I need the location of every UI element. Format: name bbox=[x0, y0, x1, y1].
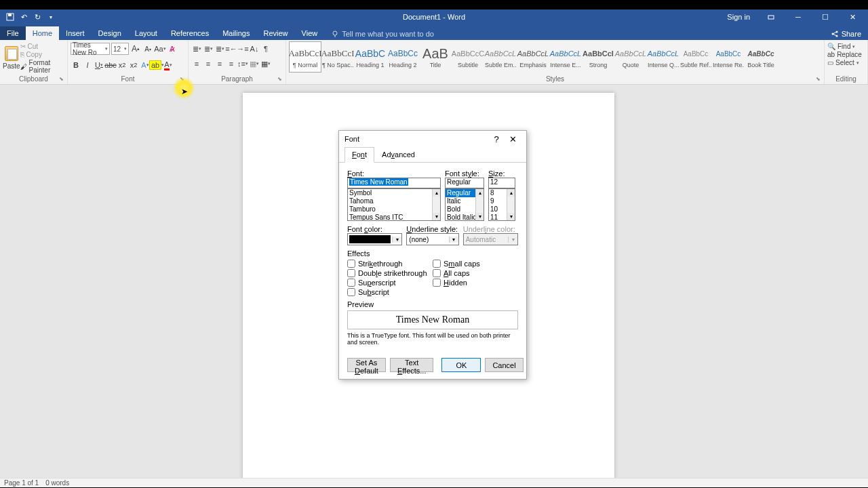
italic-icon[interactable]: I bbox=[82, 59, 93, 71]
word-count[interactable]: 0 words bbox=[45, 479, 69, 487]
numbering-icon[interactable]: ≣▾ bbox=[203, 43, 214, 55]
sort-icon[interactable]: A↓ bbox=[249, 43, 260, 55]
strikethrough-checkbox[interactable]: Strikethrough bbox=[347, 260, 433, 268]
font-size-combo[interactable]: 12▾ bbox=[111, 43, 129, 55]
cancel-button[interactable]: Cancel bbox=[485, 358, 523, 372]
line-spacing-icon[interactable]: ↕≡▾ bbox=[237, 58, 248, 70]
underline-icon[interactable]: U▾ bbox=[94, 59, 104, 71]
grow-font-icon[interactable]: A▴ bbox=[130, 43, 141, 55]
page-count[interactable]: Page 1 of 1 bbox=[4, 479, 39, 487]
maximize-icon[interactable]: ☐ bbox=[814, 9, 837, 24]
scroll-up-icon[interactable]: ▴ bbox=[476, 189, 484, 197]
tab-file[interactable]: File bbox=[0, 26, 26, 40]
clipboard-launcher-icon[interactable]: ⬊ bbox=[59, 76, 66, 83]
underline-style-combo[interactable]: (none)▾ bbox=[406, 233, 458, 245]
scroll-up-icon[interactable]: ▴ bbox=[507, 189, 515, 197]
style-item[interactable]: AaBbCcCSubtitle bbox=[452, 41, 484, 73]
cut-button[interactable]: ✂Cut bbox=[20, 43, 64, 50]
copy-button[interactable]: ⎘Copy bbox=[20, 51, 64, 58]
share-button[interactable]: Share bbox=[824, 28, 868, 40]
subscript-icon[interactable]: x2 bbox=[117, 59, 127, 71]
list-item[interactable]: Tempus Sans ITC bbox=[348, 214, 440, 221]
superscript-checkbox[interactable]: Superscript bbox=[347, 279, 433, 287]
style-item[interactable]: AaBbCcIStrong bbox=[582, 41, 614, 73]
list-item[interactable]: Symbol bbox=[348, 189, 440, 197]
all-caps-checkbox[interactable]: All caps bbox=[433, 269, 518, 277]
style-item[interactable]: AaBbCcLEmphasis bbox=[517, 41, 549, 73]
font-color-combo[interactable]: ▾ bbox=[347, 233, 402, 245]
style-item[interactable]: AaBTitle bbox=[419, 41, 452, 73]
bullets-icon[interactable]: ≣▾ bbox=[191, 43, 202, 55]
size-listbox[interactable]: 89101112▴▾ bbox=[488, 188, 515, 221]
undo-icon[interactable]: ↶ bbox=[18, 11, 30, 23]
shading-icon[interactable]: ▦▾ bbox=[249, 58, 260, 70]
style-item[interactable]: AaBbCcSubtle Ref... bbox=[679, 41, 712, 73]
format-painter-button[interactable]: 🖌Format Painter bbox=[20, 59, 64, 74]
style-item[interactable]: AaBbCcIntense Re... bbox=[712, 41, 745, 73]
decrease-indent-icon[interactable]: ≡← bbox=[226, 43, 237, 55]
style-item[interactable]: AaBbCcHeading 2 bbox=[387, 41, 419, 73]
find-button[interactable]: 🔍Find▾ bbox=[827, 43, 865, 50]
scroll-down-icon[interactable]: ▾ bbox=[476, 213, 484, 220]
hidden-checkbox[interactable]: Hidden bbox=[433, 279, 518, 287]
superscript-icon[interactable]: x2 bbox=[128, 59, 139, 71]
qat-customize-icon[interactable]: ▾ bbox=[45, 11, 57, 23]
increase-indent-icon[interactable]: →≡ bbox=[237, 43, 248, 55]
borders-icon[interactable]: ▦▾ bbox=[260, 58, 271, 70]
styles-launcher-icon[interactable]: ⬊ bbox=[816, 76, 823, 83]
dialog-close-icon[interactable]: ✕ bbox=[505, 131, 521, 147]
font-color-icon[interactable]: A▾ bbox=[163, 59, 174, 71]
style-item[interactable]: AaBbCcBook Title bbox=[745, 41, 777, 73]
tell-me-search[interactable]: Tell me what you want to do bbox=[328, 28, 437, 40]
chevron-down-icon[interactable]: ▾ bbox=[449, 237, 458, 243]
signin-link[interactable]: Sign in bbox=[722, 13, 755, 21]
font-listbox[interactable]: SymbolTahomaTamburoTempus Sans ITCTimes … bbox=[347, 188, 441, 221]
font-style-listbox[interactable]: RegularItalicBoldBold Italic▴▾ bbox=[445, 188, 484, 221]
clear-formatting-icon[interactable]: A̷ bbox=[167, 43, 178, 55]
dialog-tab-font[interactable]: Font bbox=[344, 147, 374, 163]
close-icon[interactable]: ✕ bbox=[841, 9, 864, 24]
bold-icon[interactable]: B bbox=[71, 59, 81, 71]
paragraph-launcher-icon[interactable]: ⬊ bbox=[277, 76, 284, 83]
style-item[interactable]: AaBbCcLIntense Q... bbox=[647, 41, 679, 73]
show-marks-icon[interactable]: ¶ bbox=[260, 43, 271, 55]
style-item[interactable]: AaBbCcLSubtle Em... bbox=[484, 41, 517, 73]
strikethrough-icon[interactable]: abc bbox=[105, 59, 116, 71]
chevron-down-icon[interactable]: ▾ bbox=[392, 237, 401, 243]
scroll-up-icon[interactable]: ▴ bbox=[433, 189, 440, 197]
list-item[interactable]: Tahoma bbox=[348, 197, 440, 205]
tab-home[interactable]: Home bbox=[26, 26, 59, 40]
double-strikethrough-checkbox[interactable]: Double strikethrough bbox=[347, 269, 433, 277]
tab-references[interactable]: References bbox=[164, 26, 216, 40]
style-item[interactable]: AaBbCcI¶ Normal bbox=[289, 41, 321, 73]
small-caps-checkbox[interactable]: Small caps bbox=[433, 260, 518, 268]
minimize-icon[interactable]: ─ bbox=[787, 9, 810, 24]
scroll-down-icon[interactable]: ▾ bbox=[507, 213, 515, 220]
list-item[interactable]: Tamburo bbox=[348, 205, 440, 214]
change-case-icon[interactable]: Aa▾ bbox=[155, 43, 165, 55]
justify-icon[interactable]: ≡ bbox=[226, 58, 237, 70]
paste-button[interactable]: Paste bbox=[3, 41, 20, 74]
set-default-button[interactable]: Set As Default bbox=[347, 358, 386, 372]
subscript-checkbox[interactable]: Subscript bbox=[347, 288, 433, 296]
dialog-tab-advanced[interactable]: Advanced bbox=[374, 147, 422, 162]
replace-button[interactable]: abReplace bbox=[827, 51, 865, 58]
save-icon[interactable] bbox=[4, 11, 16, 23]
multilevel-icon[interactable]: ≣▾ bbox=[214, 43, 225, 55]
tab-design[interactable]: Design bbox=[92, 26, 128, 40]
text-effects-button[interactable]: Text Effects... bbox=[390, 358, 434, 372]
tab-mailings[interactable]: Mailings bbox=[216, 26, 256, 40]
ribbon-display-icon[interactable] bbox=[760, 9, 783, 24]
font-input[interactable]: Times New Roman bbox=[347, 178, 441, 188]
highlight-icon[interactable]: ab▾ bbox=[151, 59, 162, 71]
align-left-icon[interactable]: ≡ bbox=[191, 58, 202, 70]
shrink-font-icon[interactable]: A▾ bbox=[142, 43, 153, 55]
redo-icon[interactable]: ↻ bbox=[31, 11, 43, 23]
select-button[interactable]: ▭Select▾ bbox=[827, 59, 865, 66]
scroll-down-icon[interactable]: ▾ bbox=[433, 213, 440, 220]
tab-layout[interactable]: Layout bbox=[128, 26, 164, 40]
size-input[interactable]: 12 bbox=[488, 178, 515, 188]
font-name-combo[interactable]: Times New Ro▾ bbox=[71, 43, 110, 55]
tab-insert[interactable]: Insert bbox=[59, 26, 92, 40]
font-style-input[interactable]: Regular bbox=[445, 178, 484, 188]
